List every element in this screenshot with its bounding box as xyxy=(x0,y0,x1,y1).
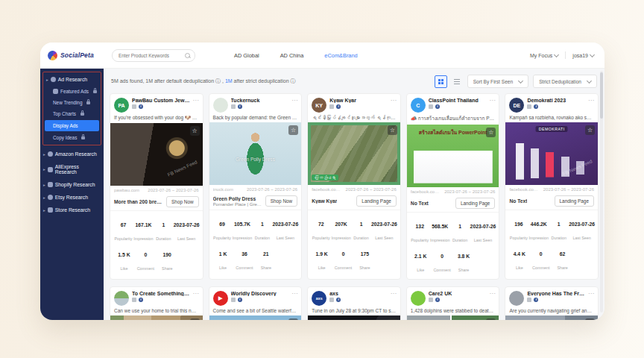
ad-card[interactable]: KY Kyaw Kyar f ⋯ ရင်းနှီးမြှုပ်နှံချင်သူ… xyxy=(307,93,401,280)
ad-card[interactable]: ▶ Worldly Discovery f ⋯ Come and see a b… xyxy=(209,286,303,320)
sidebar-item-new-trending[interactable]: New Trending xyxy=(43,97,101,108)
sidebar-item-etsy-research[interactable]: ▸ Etsy Research xyxy=(40,191,104,204)
summary-text: 5M ads found, 1M after default deduplica… xyxy=(111,78,225,84)
nav-ad-global[interactable]: AD Global xyxy=(234,52,259,59)
ad-creative-image[interactable]: FB News Feed ☆ xyxy=(110,123,203,186)
sidebar-item-copy-ideas[interactable]: Copy Ideas xyxy=(43,132,101,143)
advertiser-name[interactable]: Care2 UK xyxy=(429,291,487,296)
cta-button[interactable]: Landing Page xyxy=(555,195,594,207)
sidebar-item-label: AliExpress Research xyxy=(55,164,101,175)
sidebar-item-label: Featured Ads xyxy=(60,89,89,94)
cta-button[interactable]: Landing Page xyxy=(356,195,396,207)
ad-domain-link[interactable]: facebook.com/d*G... xyxy=(312,187,342,192)
ad-creative-image[interactable]: ONE NIGHT ONLY ☆ xyxy=(308,315,400,320)
popularity-label: Popularity xyxy=(213,236,231,240)
collect-star-icon[interactable]: ☆ xyxy=(585,318,595,320)
sidebar-item-aliexpress-research[interactable]: ▸ AliExpress Research xyxy=(40,160,104,178)
collect-star-icon[interactable]: ☆ xyxy=(288,318,298,320)
sidebar-item-store-research[interactable]: ▸ Store Research xyxy=(40,204,104,216)
ad-card[interactable]: Care2 UK f ⋯ 1,428 dolphins were stabbed… xyxy=(406,286,500,320)
lock-icon xyxy=(86,101,90,104)
more-menu-icon[interactable]: ⋯ xyxy=(588,98,594,104)
ad-card[interactable]: Everyone Has The Freedom To... f ⋯ Are y… xyxy=(505,286,599,320)
account-menu[interactable]: josa19 xyxy=(572,53,594,58)
ad-creative-image[interactable]: Seattle Washington ☆ xyxy=(209,315,302,320)
advertiser-name[interactable]: ClassPoint Thailand xyxy=(429,98,487,103)
search-icon[interactable] xyxy=(185,53,190,58)
cta-button[interactable]: Shop Now xyxy=(265,195,298,207)
sort-dropdown-value: Sort By First Seen xyxy=(473,79,514,84)
ad-date-range: 2023-07-26 ~ 2023-07-26 xyxy=(148,188,198,192)
more-menu-icon[interactable]: ⋯ xyxy=(489,98,495,104)
more-menu-icon[interactable]: ⋯ xyxy=(193,291,199,297)
sidebar-item-top-charts[interactable]: Top Charts xyxy=(43,108,101,119)
advertiser-name[interactable]: Everyone Has The Freedom To... xyxy=(527,291,585,296)
top-bar: SocialPeta AD Global AD China eCom&Brand… xyxy=(40,43,604,69)
list-view-toggle[interactable] xyxy=(452,76,463,87)
sidebar-item-display-ads[interactable]: Display Ads xyxy=(45,120,99,131)
scrollbar-thumb[interactable] xyxy=(600,72,603,119)
dedup-dropdown[interactable]: Strict Deduplication xyxy=(533,75,597,88)
collect-star-icon[interactable]: ☆ xyxy=(190,318,200,320)
advertiser-name[interactable]: Kyaw Kyar xyxy=(329,98,388,103)
ad-card[interactable]: axs axs f ⋯ Tune in on July 28 at 9:30pm… xyxy=(307,286,401,320)
advertiser-name[interactable]: Tuckernuck xyxy=(231,98,289,103)
advertiser-name[interactable]: axs xyxy=(329,291,388,296)
advertiser-name[interactable]: To Create Something Exceptio... xyxy=(132,291,190,296)
advertiser-avatar: axs xyxy=(312,291,326,306)
nav-ecom-brand[interactable]: eCom&Brand xyxy=(324,52,357,59)
strict-dedup-count-link[interactable]: 1M xyxy=(225,78,233,84)
advertiser-name[interactable]: PawBau Custom Jewelry xyxy=(132,98,190,103)
cta-button[interactable]: Shop Now xyxy=(166,196,199,207)
collect-star-icon[interactable]: ☆ xyxy=(585,125,595,135)
ad-creative-image[interactable]: DEMOKRATI FB News Feed ☆ xyxy=(505,122,598,185)
ad-creative-image[interactable]: ☆ xyxy=(407,315,499,320)
sidebar-item-featured-ads[interactable]: Featured Ads xyxy=(43,86,101,97)
sidebar-item-shopify-research[interactable]: ▸ Shopify Research xyxy=(40,178,104,191)
advertiser-name[interactable]: Worldly Discovery xyxy=(231,291,289,296)
ad-stats: 69Popularity 105.7KImpression 1Duration … xyxy=(209,210,302,277)
brand-logo[interactable]: SocialPeta xyxy=(48,51,107,60)
my-focus-menu[interactable]: My Focus xyxy=(530,53,558,58)
ad-creative-image[interactable]: ☆ xyxy=(110,315,203,320)
ad-creative-image[interactable]: สร้างสไลด์เกมใน PowerPoint ☆ xyxy=(407,125,499,187)
comment-value: 0 xyxy=(144,252,147,257)
ad-domain-link[interactable]: facebook.com/10... xyxy=(509,187,540,192)
ad-creative-image[interactable]: ☆ xyxy=(505,315,598,320)
product-search[interactable] xyxy=(112,49,195,62)
collect-star-icon[interactable]: ☆ xyxy=(190,126,200,136)
nav-ad-china[interactable]: AD China xyxy=(280,52,304,59)
ad-card[interactable]: DE Demokrati 2023 f ⋯ Kampaň sa rozbieha… xyxy=(505,93,599,280)
ad-card[interactable]: To Create Something Exceptio... f ⋯ Can … xyxy=(110,286,203,320)
ad-card[interactable]: C ClassPoint Thailand f ⋯ 📣 การสร้างเกมเ… xyxy=(406,93,500,280)
user-area: My Focus josa19 xyxy=(530,51,594,59)
collect-star-icon[interactable]: ☆ xyxy=(288,125,298,135)
ad-card[interactable]: PA PawBau Custom Jewelry f ⋯ If you're o… xyxy=(110,93,203,280)
collect-star-icon[interactable]: ☆ xyxy=(486,318,496,320)
collect-star-icon[interactable]: ☆ xyxy=(486,128,496,137)
more-menu-icon[interactable]: ⋯ xyxy=(489,291,495,297)
more-menu-icon[interactable]: ⋯ xyxy=(391,291,397,297)
collect-star-icon[interactable]: ☆ xyxy=(388,125,397,135)
search-input[interactable] xyxy=(117,52,183,59)
sidebar-item-amazon-research[interactable]: ▸ Amazon Research xyxy=(40,148,104,160)
ad-creative-image[interactable]: Green Polly Dress ☆ xyxy=(209,122,302,185)
cta-title: No Text xyxy=(411,201,429,206)
ad-stats: 67Popularity 167.1KImpression 1Duration … xyxy=(110,211,203,277)
ad-card[interactable]: Tuckernuck f ⋯ Back by popular demand: t… xyxy=(209,93,303,280)
ad-domain-link[interactable]: facebook.com/11... xyxy=(411,189,441,194)
ad-creative-image[interactable]: မြေတည်နေရာ ☆ xyxy=(308,122,400,185)
grid-view-toggle[interactable] xyxy=(435,75,447,88)
more-menu-icon[interactable]: ⋯ xyxy=(291,98,297,104)
more-menu-icon[interactable]: ⋯ xyxy=(391,98,397,104)
more-menu-icon[interactable]: ⋯ xyxy=(193,98,199,104)
ad-domain-link[interactable]: tnuck.com xyxy=(213,187,233,192)
more-menu-icon[interactable]: ⋯ xyxy=(291,291,297,297)
collect-star-icon[interactable]: ☆ xyxy=(388,318,397,320)
ad-domain-link[interactable]: pawbau.com xyxy=(114,188,139,192)
sidebar-item-ad-research[interactable]: ▸ Ad Research xyxy=(43,73,101,86)
advertiser-name[interactable]: Demokrati 2023 xyxy=(527,98,585,103)
more-menu-icon[interactable]: ⋯ xyxy=(588,291,594,297)
cta-button[interactable]: Landing Page xyxy=(455,198,495,209)
sort-dropdown[interactable]: Sort By First Seen xyxy=(467,75,529,88)
